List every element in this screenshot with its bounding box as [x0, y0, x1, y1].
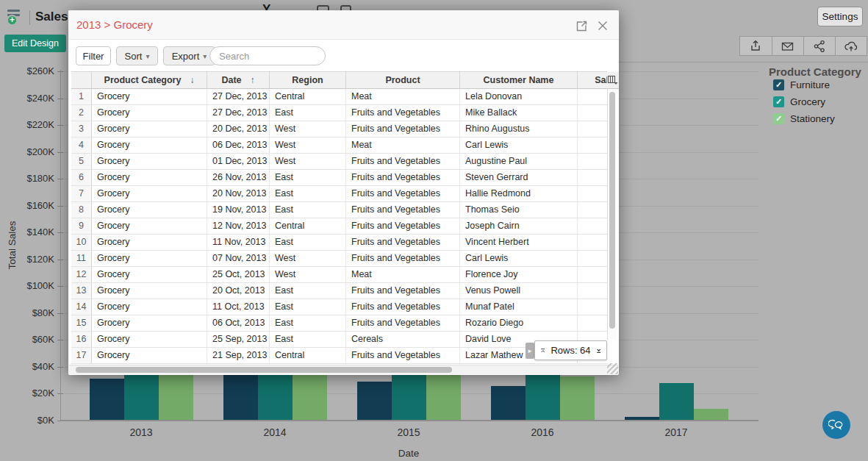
- bar-furniture-2015[interactable]: [357, 382, 392, 421]
- table-cell: Grocery: [92, 218, 207, 234]
- table-cell: 20 Nov, 2013: [207, 186, 270, 201]
- table-cell: 12 Nov, 2013: [207, 218, 270, 234]
- share-icon: [813, 40, 826, 53]
- table-cell: Central: [270, 89, 346, 104]
- table-cell: Grocery: [92, 267, 207, 282]
- row-number-cell: 9: [71, 218, 92, 234]
- bar-grocery-2016[interactable]: [526, 374, 560, 421]
- export-menu-button[interactable]: Export▾: [163, 46, 215, 65]
- table-cell: Fruits and Vegetables: [346, 218, 460, 234]
- right-arrow-icon: ▸: [528, 347, 532, 354]
- y-tick-label: $200K: [10, 146, 54, 157]
- table-cell: Grocery: [92, 154, 207, 169]
- table-cell: Lela Donovan: [460, 89, 578, 104]
- bar-stationery-2015[interactable]: [426, 370, 461, 421]
- column-header-label: Region: [292, 75, 323, 85]
- table-cell: East: [270, 332, 346, 347]
- legend-label: Grocery: [790, 96, 825, 107]
- settings-button[interactable]: Settings: [817, 7, 863, 26]
- column-header-sales[interactable]: Sales: [578, 72, 607, 88]
- table-cell: [578, 121, 607, 137]
- table-cell: Grocery: [92, 105, 207, 121]
- column-header-date[interactable]: Date↑: [207, 72, 270, 88]
- table-cell: West: [270, 154, 346, 169]
- bar-grocery-2017[interactable]: [659, 383, 694, 421]
- y-tick-label: $220K: [10, 119, 54, 130]
- legend-checkbox[interactable]: ✓: [773, 113, 784, 124]
- expand-bottom-icon[interactable]: [596, 346, 601, 355]
- table-cell: Carl Lewis: [460, 251, 578, 266]
- table-cell: East: [270, 299, 346, 315]
- table-cell: 06 Oct, 2013: [207, 315, 270, 331]
- vertical-scrollbar[interactable]: [607, 89, 617, 340]
- y-axis-title: Total Sales: [7, 216, 18, 275]
- resize-grip[interactable]: [607, 363, 618, 374]
- table-cell: [578, 283, 607, 299]
- expand-column-button[interactable]: ▸: [526, 343, 534, 359]
- chat-button[interactable]: [822, 411, 850, 439]
- filter-button[interactable]: Filter: [76, 46, 111, 65]
- view-list-icon[interactable]: +: [7, 8, 28, 29]
- cloud-upload-button[interactable]: [835, 37, 867, 55]
- modal-header: 2013 > Grocery: [68, 10, 619, 40]
- bar-stationery-2017[interactable]: [694, 409, 728, 421]
- table-cell: [578, 186, 607, 201]
- y-tick-label: $60K: [10, 334, 54, 345]
- edit-design-button[interactable]: Edit Design: [4, 35, 66, 52]
- row-number-cell: 10: [71, 235, 92, 250]
- rows-indicator-bar: Rows: 64: [534, 340, 607, 360]
- bar-stationery-2016[interactable]: [560, 376, 595, 421]
- vertical-scrollbar-thumb[interactable]: [609, 92, 615, 329]
- table-cell: Vincent Herbert: [460, 235, 578, 250]
- table-cell: Florence Joy: [460, 267, 578, 282]
- email-button[interactable]: [772, 37, 803, 55]
- x-axis-title: Date: [387, 448, 431, 459]
- drilldown-modal: 2013 > Grocery Filter Sort▾ Export▾ Prod…: [68, 10, 619, 375]
- legend-checkbox[interactable]: ✓: [773, 96, 784, 107]
- table-cell: 01 Dec, 2013: [207, 154, 270, 169]
- bar-furniture-2016[interactable]: [491, 386, 526, 421]
- table-cell: Steven Gerrard: [460, 170, 578, 185]
- search-input[interactable]: [219, 51, 348, 62]
- chart-actions-toolbar: [739, 36, 867, 56]
- column-chooser-icon: [607, 74, 619, 88]
- add-view-plus-icon[interactable]: +: [7, 15, 18, 26]
- share-button[interactable]: [803, 37, 835, 55]
- column-chooser-button[interactable]: [607, 72, 619, 89]
- table-cell: Venus Powell: [460, 283, 578, 299]
- legend-checkbox[interactable]: ✓: [773, 79, 784, 90]
- table-cell: West: [270, 267, 346, 282]
- caret-down-icon: ▾: [146, 52, 149, 60]
- y-tick-label: $20K: [10, 387, 54, 399]
- horizontal-scrollbar-thumb[interactable]: [76, 367, 452, 373]
- collapse-top-icon[interactable]: [540, 346, 545, 355]
- bar-stationery-2013[interactable]: [159, 368, 193, 421]
- bar-furniture-2013[interactable]: [90, 379, 124, 421]
- column-header-product-category[interactable]: Product Category↓: [92, 72, 207, 88]
- table-cell: East: [270, 315, 346, 331]
- table-cell: Mike Ballack: [460, 105, 578, 121]
- table-cell: Grocery: [92, 89, 207, 104]
- table-cell: Carl Lewis: [460, 137, 578, 153]
- sort-button[interactable]: Sort▾: [116, 46, 158, 65]
- table-cell: [578, 137, 607, 153]
- export-button[interactable]: [740, 37, 772, 55]
- legend-label: Stationery: [790, 113, 835, 124]
- horizontal-scrollbar[interactable]: [69, 365, 618, 374]
- table-header-row: Product Category↓Date↑RegionProductCusto…: [71, 71, 607, 89]
- sort-label: Sort: [125, 51, 143, 62]
- column-header-region[interactable]: Region: [270, 72, 346, 88]
- table-cell: West: [270, 121, 346, 137]
- legend-item-furniture: ✓Furniture: [773, 78, 835, 91]
- table-cell: Fruits and Vegetables: [346, 348, 460, 363]
- table-cell: Munaf Patel: [460, 299, 578, 315]
- table-cell: [578, 170, 607, 185]
- open-in-new-icon[interactable]: [575, 20, 588, 32]
- close-icon[interactable]: [597, 20, 609, 32]
- column-header-product[interactable]: Product: [346, 72, 460, 88]
- row-number-header: [71, 72, 92, 88]
- row-number-cell: 8: [71, 202, 92, 218]
- table-cell: Fruits and Vegetables: [346, 315, 460, 331]
- column-header-customer-name[interactable]: Customer Name: [460, 72, 578, 88]
- table-cell: [578, 235, 607, 250]
